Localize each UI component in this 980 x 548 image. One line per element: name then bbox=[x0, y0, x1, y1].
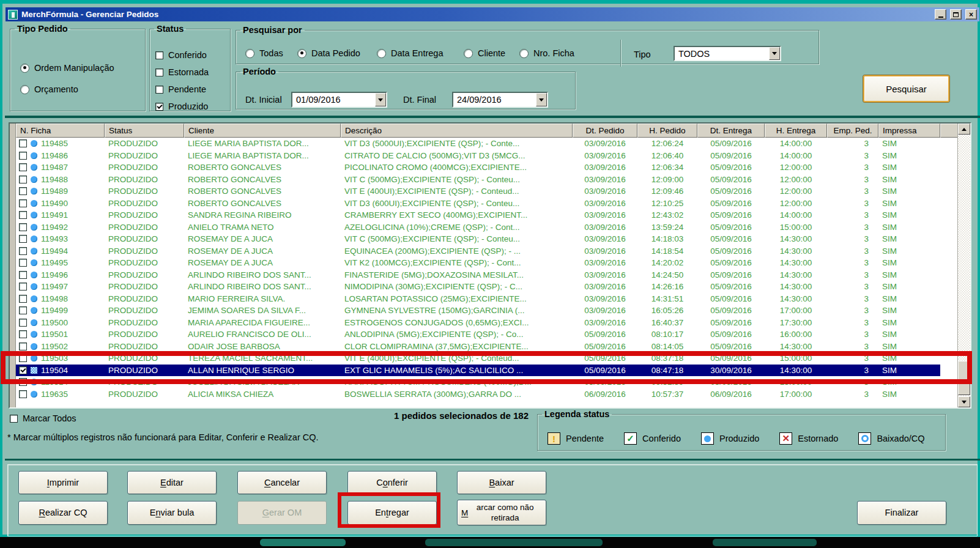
scroll-down-button[interactable] bbox=[958, 396, 970, 407]
table-row[interactable]: 119635 PRODUZIDO ALICIA MIKSA CHIEZA BOS… bbox=[16, 388, 958, 401]
table-row[interactable]: 119499 PRODUZIDO JEMIMA SOARES DA SILVA … bbox=[16, 305, 958, 317]
column-header-emp-ped[interactable]: Emp. Ped. bbox=[827, 124, 878, 138]
table-row[interactable]: 119501 PRODUZIDO AURELIO FRANCISCO DE OL… bbox=[16, 328, 958, 341]
table-row[interactable]: 119487 PRODUZIDO ROBERTO GONCALVES PICOL… bbox=[16, 161, 958, 174]
entregar-button[interactable]: Entregar bbox=[347, 501, 437, 525]
row-checkbox[interactable] bbox=[19, 295, 27, 303]
table-row[interactable]: 119500 PRODUZIDO MARIA APARECIDA FIGUEIR… bbox=[16, 317, 958, 329]
radio-cliente[interactable]: Cliente bbox=[464, 48, 505, 58]
radio-data-pedido[interactable]: Data Pedido bbox=[297, 48, 360, 58]
table-row[interactable]: 119495 PRODUZIDO ROSEMAY DE A JUCA VIT K… bbox=[16, 257, 958, 269]
row-checkbox[interactable] bbox=[19, 390, 27, 398]
row-checkbox[interactable] bbox=[19, 259, 27, 267]
radio-nro-ficha[interactable]: Nro. Ficha bbox=[519, 48, 574, 58]
row-checkbox[interactable] bbox=[19, 306, 27, 314]
maximize-button[interactable] bbox=[950, 9, 962, 20]
row-checkbox[interactable] bbox=[19, 354, 27, 362]
dropdown-arrow-button[interactable] bbox=[536, 93, 547, 106]
marcar-todos-checkbox[interactable]: Marcar Todos bbox=[10, 413, 76, 423]
cancelar-button[interactable]: Cancelar bbox=[237, 471, 327, 494]
minimize-button[interactable] bbox=[935, 9, 946, 20]
row-checkbox[interactable] bbox=[19, 378, 27, 386]
radio-orcamento[interactable]: Orçamento bbox=[20, 84, 78, 94]
row-checkbox[interactable] bbox=[19, 163, 27, 171]
close-button[interactable]: × bbox=[965, 9, 977, 20]
row-checkbox[interactable] bbox=[19, 330, 27, 338]
row-checkbox[interactable] bbox=[19, 199, 27, 207]
checkbox-estornada[interactable]: Estornada bbox=[155, 67, 209, 77]
table-row[interactable]: 119503 PRODUZIDO TEREZA MACIEL SACRAMENT… bbox=[16, 352, 958, 365]
row-checkbox[interactable] bbox=[19, 283, 27, 291]
radio-ordem-manipulacao[interactable]: Ordem Manipulação bbox=[20, 63, 114, 73]
column-header-descricao[interactable]: Descrição bbox=[341, 124, 573, 138]
table-row[interactable]: 119485 PRODUZIDO LIEGE MARIA BAPTISTA DO… bbox=[16, 138, 958, 150]
row-checkbox[interactable] bbox=[19, 271, 27, 279]
row-checkbox[interactable] bbox=[19, 247, 27, 255]
row-checkbox[interactable] bbox=[19, 342, 27, 350]
dt-final-field[interactable]: 24/09/2016 bbox=[452, 92, 548, 108]
checkbox-produzido[interactable]: Produzido bbox=[155, 102, 208, 111]
titlebar[interactable]: MerchFórmula - Gerenciar Pedidos × bbox=[6, 7, 979, 21]
vertical-scrollbar[interactable] bbox=[957, 124, 970, 407]
radio-icon bbox=[245, 49, 254, 58]
radio-todas[interactable]: Todas bbox=[245, 48, 283, 58]
row-checkbox[interactable] bbox=[19, 176, 27, 183]
row-checkbox[interactable] bbox=[19, 319, 27, 327]
column-header-dt-pedido[interactable]: Dt. Pedido bbox=[573, 124, 637, 138]
cell-filler bbox=[940, 352, 958, 365]
checkbox-conferido[interactable]: Conferido bbox=[155, 50, 207, 60]
table-row[interactable]: 119497 PRODUZIDO ARLINDO RIBEIRO DOS SAN… bbox=[16, 281, 958, 293]
scrollbar-thumb[interactable] bbox=[958, 361, 970, 395]
table-row[interactable]: 119514 PRODUZIDO JUCELIA DA SILVA BACELA… bbox=[16, 376, 958, 388]
table-row[interactable]: 119490 PRODUZIDO ROBERTO GONCALVES VIT D… bbox=[16, 198, 958, 210]
cell-h-entrega: 14:30:00 bbox=[765, 293, 827, 305]
row-checkbox[interactable] bbox=[19, 223, 27, 231]
imprimir-button[interactable]: Imprimir bbox=[18, 471, 108, 494]
table-row[interactable]: 119491 PRODUZIDO SANDRA REGINA RIBEIRO C… bbox=[16, 209, 958, 221]
table-row[interactable]: 119488 PRODUZIDO ROBERTO GONCALVES VIT C… bbox=[16, 174, 958, 186]
column-header-dt-entrega[interactable]: Dt. Entrega bbox=[697, 124, 765, 138]
column-header-cliente[interactable]: Cliente bbox=[184, 124, 341, 138]
row-checkbox[interactable] bbox=[19, 366, 27, 374]
enviar-bula-button[interactable]: Enviar bula bbox=[127, 501, 217, 525]
checkbox-pendente[interactable]: Pendente bbox=[155, 84, 206, 94]
gerar-om-button[interactable]: Gerar OM bbox=[237, 501, 327, 525]
table-row[interactable]: 119492 PRODUZIDO ANIELO TRAMA NETO AZELO… bbox=[16, 221, 958, 234]
table-row[interactable]: 119494 PRODUZIDO ROSEMAY DE A JUCA EQUIN… bbox=[16, 245, 958, 257]
table-row[interactable]: 119502 PRODUZIDO ODAIR JOSE BARBOSA CLOR… bbox=[16, 341, 958, 353]
row-checkbox[interactable] bbox=[19, 152, 27, 160]
column-header-impressa[interactable]: Impressa bbox=[878, 124, 940, 138]
column-header-h-entrega[interactable]: H. Entrega bbox=[765, 124, 827, 138]
baixar-button[interactable]: Baixar bbox=[457, 471, 546, 494]
dropdown-arrow-button[interactable] bbox=[769, 47, 780, 60]
table-row[interactable]: 119486 PRODUZIDO LIEGE MARIA BAPTISTA DO… bbox=[16, 150, 958, 162]
table-row[interactable]: 119498 PRODUZIDO MARIO FERREIRA SILVA. L… bbox=[16, 293, 958, 305]
column-header-ficha[interactable]: N. Ficha bbox=[16, 124, 105, 138]
cell-h-entrega: 12:00:00 bbox=[765, 161, 827, 174]
cell-descricao: CLOR CLOMIPRAMINA (37,5MG);EXCIPIENTE... bbox=[341, 341, 573, 353]
marcar-nao-retirada-button[interactable]: Marcar como não retirada bbox=[457, 500, 546, 525]
editar-button[interactable]: Editar bbox=[127, 471, 217, 494]
realizar-cq-button[interactable]: Realizar CQ bbox=[18, 501, 108, 525]
row-checkbox[interactable] bbox=[19, 211, 27, 219]
row-checkbox[interactable] bbox=[19, 139, 27, 147]
row-checkbox[interactable] bbox=[19, 235, 27, 243]
tipo-dropdown[interactable]: TODOS bbox=[674, 46, 781, 61]
finalizar-button[interactable]: Finalizar bbox=[857, 501, 946, 525]
cell-filler bbox=[940, 198, 958, 210]
pesquisar-button[interactable]: Pesquisar bbox=[863, 75, 949, 102]
column-header-h-pedido[interactable]: H. Pedido bbox=[637, 124, 697, 138]
table-row[interactable]: 119496 PRODUZIDO ARLINDO RIBEIRO DOS SAN… bbox=[16, 269, 958, 281]
cell-dt-entrega: 05/09/2016 bbox=[697, 185, 765, 198]
dropdown-arrow-button[interactable] bbox=[375, 93, 386, 106]
conferir-button[interactable]: Conferir bbox=[347, 471, 437, 494]
table-row[interactable]: 119489 PRODUZIDO ROBERTO GONCALVES VIT E… bbox=[16, 185, 958, 198]
column-header-status[interactable]: Status bbox=[105, 124, 184, 138]
table-row[interactable]: 119504 PRODUZIDO ALLAN HENRIQUE SERGIO E… bbox=[16, 365, 958, 377]
table-row[interactable]: 119493 PRODUZIDO ROSEMAY DE A JUCA VIT C… bbox=[16, 233, 958, 245]
radio-data-entrega[interactable]: Data Entrega bbox=[377, 48, 443, 58]
dt-inicial-field[interactable]: 01/09/2016 bbox=[291, 92, 387, 108]
row-checkbox[interactable] bbox=[19, 187, 27, 195]
cell-h-entrega: 14:30:00 bbox=[765, 245, 827, 257]
scroll-up-button[interactable] bbox=[958, 124, 970, 135]
